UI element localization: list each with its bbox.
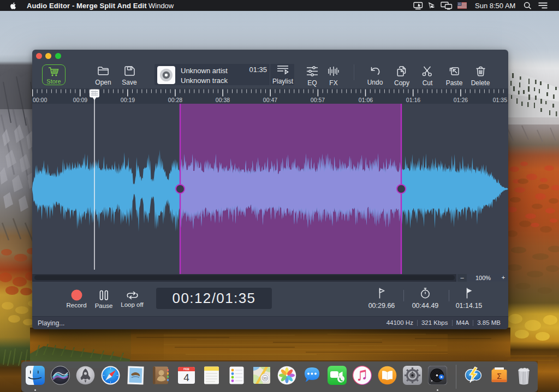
svg-text:FEB: FEB: [183, 367, 189, 371]
svg-text:3D: 3D: [263, 377, 267, 380]
svg-text:Σ: Σ: [497, 372, 502, 381]
svg-text:4: 4: [183, 372, 189, 383]
